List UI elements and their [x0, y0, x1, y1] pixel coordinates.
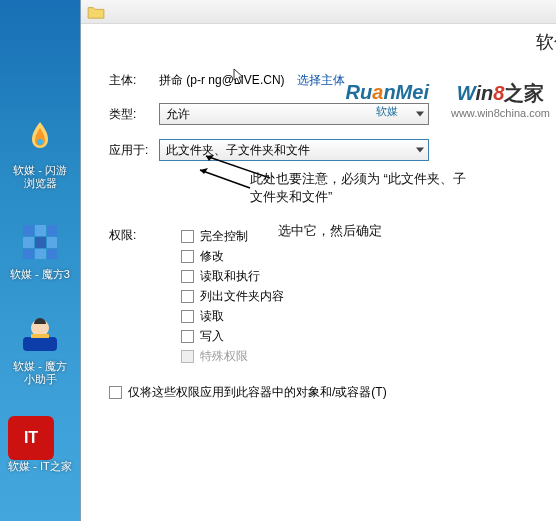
type-dropdown-value: 允许 — [166, 106, 190, 123]
desktop-icon-ithome[interactable]: IT 软媒 - IT之家 — [8, 416, 72, 473]
permissions-list: 完全控制 修改 读取和执行 列出文件夹内容 读取 写入 特殊权限 — [181, 226, 556, 366]
svg-point-0 — [37, 139, 43, 145]
checkbox-icon[interactable] — [181, 250, 194, 263]
chevron-down-icon — [416, 112, 424, 117]
svg-rect-4 — [23, 237, 34, 248]
apply-to-dropdown-value: 此文件夹、子文件夹和文件 — [166, 142, 310, 159]
svg-rect-9 — [47, 249, 57, 259]
cube-icon — [19, 221, 61, 263]
svg-rect-10 — [23, 337, 57, 351]
desktop-icons: 软媒 - 闪游浏览器 软媒 - 魔方3 — [8, 116, 76, 473]
checkbox-icon — [181, 350, 194, 363]
principal-label: 主体: — [109, 72, 159, 89]
it-logo-icon: IT — [8, 416, 54, 460]
cursor-icon — [231, 68, 247, 86]
desktop-icon-label: 软媒 - 魔方3 — [8, 268, 72, 281]
chevron-down-icon — [416, 148, 424, 153]
desktop-icon-label: 软媒 - 魔方小助手 — [8, 360, 72, 386]
svg-rect-8 — [35, 249, 46, 259]
apply-only-checkbox[interactable]: 仅将这些权限应用到此容器中的对象和/或容器(T) — [109, 384, 556, 401]
principal-value: 拼命 (p-r ng@LIVE.CN) — [159, 73, 285, 87]
type-dropdown[interactable]: 允许 — [159, 103, 429, 125]
desktop-icon-label: 软媒 - 闪游浏览器 — [8, 164, 72, 190]
type-label: 类型: — [109, 106, 159, 123]
svg-rect-7 — [23, 249, 34, 259]
svg-rect-3 — [47, 225, 57, 236]
checkbox-icon[interactable] — [181, 230, 194, 243]
desktop-icon-mofang3[interactable]: 软媒 - 魔方3 — [8, 220, 72, 281]
apply-to-dropdown[interactable]: 此文件夹、子文件夹和文件 — [159, 139, 429, 161]
explorer-header — [81, 0, 556, 24]
perm-modify[interactable]: 修改 — [181, 246, 556, 266]
perm-write[interactable]: 写入 — [181, 326, 556, 346]
perm-label: 读取和执行 — [200, 268, 260, 285]
svg-rect-6 — [47, 237, 57, 248]
svg-rect-12 — [31, 334, 49, 338]
explorer-title-fragment: 软件 — [536, 30, 556, 54]
annotation-note-1: 此处也要注意，必须为 “此文件夹、子文件夹和文件” — [250, 170, 470, 206]
apply-to-label: 应用于: — [109, 142, 159, 159]
flame-icon — [20, 118, 60, 158]
svg-rect-5 — [35, 237, 46, 248]
desktop-icon-assistant[interactable]: 软媒 - 魔方小助手 — [8, 312, 72, 386]
person-icon — [19, 313, 61, 355]
checkbox-icon[interactable] — [181, 330, 194, 343]
desktop-icon-browser[interactable]: 软媒 - 闪游浏览器 — [8, 116, 72, 190]
svg-rect-1 — [23, 225, 34, 236]
checkbox-icon[interactable] — [181, 290, 194, 303]
perm-read[interactable]: 读取 — [181, 306, 556, 326]
perm-special: 特殊权限 — [181, 346, 556, 366]
folder-icon — [87, 5, 105, 19]
perm-label: 读取 — [200, 308, 224, 325]
perm-label: 写入 — [200, 328, 224, 345]
svg-rect-2 — [35, 225, 46, 236]
perm-label: 列出文件夹内容 — [200, 288, 284, 305]
explorer-window: 软件 — [80, 0, 556, 60]
checkbox-icon[interactable] — [181, 310, 194, 323]
select-principal-link[interactable]: 选择主体 — [297, 72, 345, 89]
checkbox-icon[interactable] — [181, 270, 194, 283]
annotation-note-2: 选中它，然后确定 — [278, 222, 518, 240]
permissions-dialog: 主体: 拼命 (p-r ng@LIVE.CN) 选择主体 类型: 允许 应用于:… — [80, 60, 556, 521]
perm-list-folder[interactable]: 列出文件夹内容 — [181, 286, 556, 306]
apply-only-label: 仅将这些权限应用到此容器中的对象和/或容器(T) — [128, 384, 387, 401]
checkbox-icon[interactable] — [109, 386, 122, 399]
perm-label: 特殊权限 — [200, 348, 248, 365]
perm-read-execute[interactable]: 读取和执行 — [181, 266, 556, 286]
perm-label: 完全控制 — [200, 228, 248, 245]
perm-label: 修改 — [200, 248, 224, 265]
desktop-icon-label: 软媒 - IT之家 — [8, 460, 72, 473]
